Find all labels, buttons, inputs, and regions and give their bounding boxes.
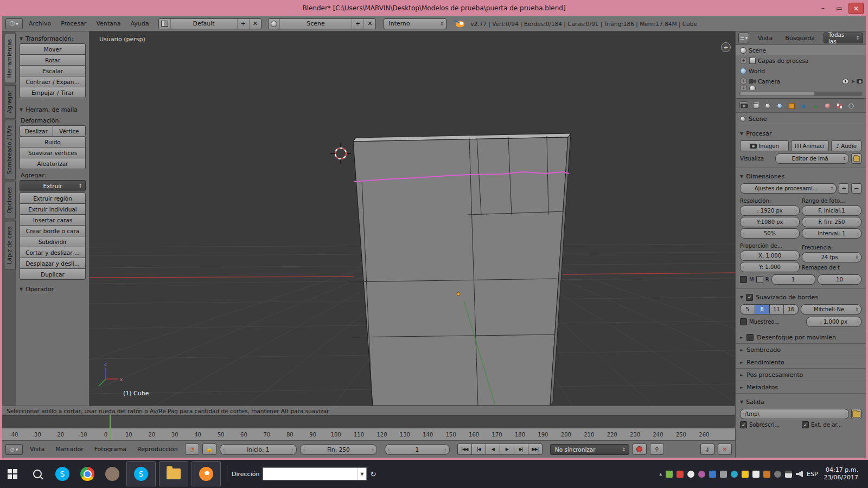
subdividir-button[interactable]: Subdividir [20,236,86,247]
add-layout-button[interactable]: + [237,19,249,29]
mover-button[interactable]: Mover [20,43,86,55]
remap-m-checkbox[interactable] [740,276,747,283]
aleatorizar-button[interactable]: Aleatorizar [20,158,86,169]
vertice-button[interactable]: Vértice [53,125,86,137]
extruir-menu[interactable]: Extruir [20,180,86,191]
remap-old-field[interactable]: 1 [771,274,815,285]
outliner-editor-type-button[interactable]: ☰▾ [738,33,749,43]
browse-output-button[interactable] [851,409,861,419]
desplazar-deslizar-button[interactable]: Desplazar y desli... [20,258,86,269]
panel-rendimiento-header[interactable]: ► Rendimiento [736,356,866,368]
render-preset-selector[interactable]: Ajustes de procesami... [740,183,837,194]
editor-type-button[interactable]: ⓘ▾ [5,18,23,29]
panel-motion-blur-header[interactable]: ► Desenfoque por movimien [736,331,866,343]
taskbar-explorer-open[interactable] [159,461,188,486]
filter-size-field[interactable]: : 1.000 px [806,317,862,327]
play-reverse-button[interactable]: ◀ [486,444,500,455]
outliner-item-scene[interactable]: Scene [736,45,866,55]
tray-icon[interactable] [742,471,749,478]
menu-archivo[interactable]: Archivo [25,20,55,27]
minimize-button[interactable]: – [816,3,830,13]
aa-samples-8[interactable]: 8 [755,304,770,314]
scene-selector[interactable]: Scene [279,19,352,29]
remove-preset-button[interactable]: − [851,183,861,194]
resolution-x-field[interactable]: : 1920 px [740,206,800,216]
taskbar-clock[interactable]: 04:17 p.m. 23/06/2017 [822,466,864,481]
panel-transformacion-header[interactable]: ▼ Transformación: [20,34,86,43]
menu-ayuda[interactable]: Ayuda [127,20,153,27]
tab-agregar[interactable]: Agregar [5,85,16,119]
resolution-y-field[interactable]: Y:1080 px [740,217,800,227]
deslizar-button[interactable]: Deslizar [20,125,53,137]
tray-icon[interactable] [709,471,716,478]
outliner-item-world[interactable]: World [736,66,866,76]
delete-keyframe-button[interactable]: ✕ [718,444,732,455]
chevron-down-icon[interactable]: ▼ [357,468,366,480]
tab-physics-icon[interactable]: ◯ [847,101,856,110]
framerate-selector[interactable]: 24 fps [802,252,861,262]
panel-metadatos-header[interactable]: ► Metadatos [736,381,866,393]
tab-object-icon[interactable] [787,101,796,110]
remove-layout-button[interactable]: ✕ [249,19,261,29]
tab-herramientas[interactable]: Herramientas [5,34,16,84]
render-animation-button[interactable]: Animaci [791,140,829,151]
display-lock-button[interactable] [851,153,861,164]
expand-icon[interactable]: + [740,57,747,64]
tray-expand-icon[interactable]: ▴ [659,471,662,477]
ruido-button[interactable]: Ruido [20,136,86,147]
add-scene-button[interactable]: + [352,19,363,29]
insert-keyframe-button[interactable]: ⚷ [700,444,714,455]
tray-icon[interactable] [752,471,760,478]
timeline-editor-type-button[interactable]: ◷▾ [5,444,23,455]
aa-filter-selector[interactable]: Mitchell-Ne [801,304,861,314]
tray-icon[interactable] [720,471,727,478]
prev-keyframe-button[interactable]: |◀ [471,444,486,455]
tray-icon[interactable] [698,471,705,478]
tray-icon[interactable] [763,471,770,478]
frame-start-field[interactable]: F. inicial:1 [802,206,861,216]
taskbar-chrome[interactable] [75,460,100,488]
outliner-hscrollbar[interactable] [739,92,863,96]
aspect-x-field[interactable]: X: 1.000 [740,251,800,261]
search-button[interactable] [25,460,50,488]
remove-scene-button[interactable]: ✕ [363,19,375,29]
timeline-menu-marcador[interactable]: Marcador [52,446,87,453]
rotar-button[interactable]: Rotar [20,54,86,66]
screen-layout-selector[interactable]: Default [170,19,237,29]
network-icon[interactable] [785,471,792,478]
menu-ventana[interactable]: Ventana [92,20,124,27]
tab-opciones[interactable]: Opciones [5,182,16,219]
tab-data-icon[interactable]: ▲ [811,101,820,110]
outliner-filter-selector[interactable]: Todas las [824,33,863,43]
panel-salida-header[interactable]: ▼ Salida [740,397,861,407]
address-input[interactable] [263,468,357,479]
frame-start-field[interactable]: Inicio: 1 [220,444,297,455]
output-path-field[interactable]: /tmp\ [740,409,849,419]
timeline-track[interactable] [2,415,735,429]
aa-samples-16[interactable]: 16 [783,304,799,314]
remap-r-checkbox[interactable] [756,276,763,283]
screen-layout-icon[interactable] [159,19,170,29]
display-mode-selector[interactable]: Editor de imá [775,153,849,164]
extruir-region-button[interactable]: Extruir región [20,192,86,204]
volume-icon[interactable] [796,471,803,478]
tray-icon[interactable] [774,471,781,478]
tab-texture-icon[interactable] [835,101,844,110]
current-frame-field[interactable]: 1 [385,444,450,455]
insertar-caras-button[interactable]: Insertar caras [20,214,86,226]
tab-modifiers-icon[interactable]: ◆ [799,101,808,110]
maximize-button[interactable]: ▭ [832,3,846,13]
outliner-menu-vista[interactable]: Vista [754,35,776,42]
current-frame-indicator[interactable] [110,415,111,440]
tab-scene-icon[interactable] [763,101,772,110]
jump-to-end-button[interactable]: ▶▶| [528,444,542,455]
jump-to-start-button[interactable]: |◀◀ [457,444,472,455]
menu-procesar[interactable]: Procesar [57,20,90,27]
outliner-menu-busqueda[interactable]: Búsqueda [781,35,819,42]
render-image-button[interactable]: Imagen [740,140,789,151]
render-audio-button[interactable]: ♪Audio [831,140,861,151]
outliner-item-clipped[interactable]: + [736,86,866,90]
tray-icon[interactable] [676,471,684,478]
close-button[interactable]: ✕ [848,3,864,14]
timeline-ruler[interactable]: -40 -30 -20 -10 0 10 20 30 40 50 60 70 8… [2,428,735,440]
